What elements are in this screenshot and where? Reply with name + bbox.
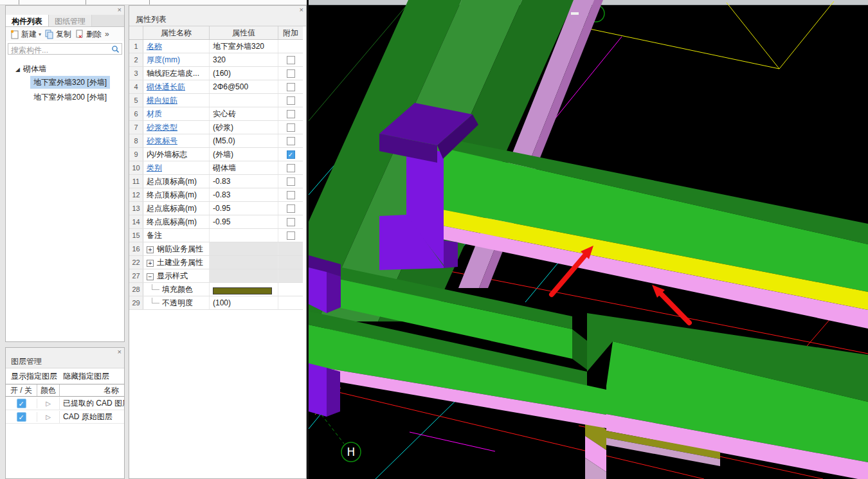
layer-row[interactable]: ✓▷CAD 原始图层 [6, 410, 124, 424]
property-value-cell[interactable]: -0.95 [210, 202, 278, 215]
attach-checkbox[interactable] [287, 177, 295, 186]
property-row[interactable]: 7砂浆类型(砂浆) [129, 121, 303, 134]
expand-triangle-icon[interactable]: ▷ [46, 413, 51, 420]
close-icon[interactable]: × [118, 347, 122, 356]
expand-plus-icon[interactable]: + [147, 260, 154, 267]
attach-checkbox[interactable] [287, 83, 295, 91]
layer-visibility-checkbox[interactable]: ✓ [17, 399, 26, 408]
attach-checkbox[interactable] [287, 110, 295, 118]
property-value-cell[interactable]: 2Φ6@500 [210, 80, 278, 93]
property-name-cell: 砂浆类型 [143, 121, 210, 134]
tree-elbow-line [152, 298, 159, 303]
attach-checkbox[interactable] [287, 164, 295, 172]
attach-checkbox[interactable]: ✓ [287, 150, 295, 159]
row-number: 12 [129, 188, 143, 201]
attach-checkbox[interactable] [287, 231, 295, 240]
tab-drawing-management[interactable]: 图纸管理 [49, 15, 92, 26]
fill-color-swatch[interactable] [213, 287, 272, 294]
component-toolbar: 新建 ▾ 复制 × 删除 » [6, 27, 124, 41]
property-value-cell[interactable]: 地下室外墙320 [210, 40, 278, 53]
attach-checkbox[interactable] [287, 96, 295, 105]
property-name: 填充颜色 [162, 285, 193, 294]
layer-row[interactable]: ✓▷已提取的 CAD 图层 [6, 397, 124, 410]
property-value-cell[interactable] [210, 229, 278, 242]
property-row[interactable]: 1名称地下室外墙320 [129, 40, 303, 53]
property-value-cell[interactable] [210, 269, 278, 282]
close-icon[interactable]: × [118, 5, 122, 14]
property-row[interactable]: 16+钢筋业务属性 [129, 242, 303, 256]
attach-checkbox[interactable] [287, 191, 295, 199]
property-row[interactable]: 14终点底标高(m)-0.95 [129, 215, 303, 229]
tree-expanded-icon[interactable]: ◢ [15, 66, 20, 73]
property-row[interactable]: 4砌体通长筋2Φ6@500 [129, 80, 303, 94]
attach-checkbox[interactable] [287, 69, 295, 78]
collapse-minus-icon[interactable]: − [147, 273, 154, 280]
property-value-cell[interactable] [210, 94, 278, 107]
property-value-cell[interactable]: (砂浆) [210, 121, 278, 134]
property-name[interactable]: 砂浆标号 [147, 136, 177, 145]
attach-checkbox[interactable] [287, 56, 295, 64]
property-value-cell[interactable]: 实心砖 [210, 107, 278, 120]
property-value-cell[interactable]: -0.95 [210, 215, 278, 228]
property-row[interactable]: 8砂浆标号(M5.0) [129, 134, 303, 148]
attach-checkbox[interactable] [287, 123, 295, 132]
attach-checkbox[interactable] [287, 218, 295, 226]
viewport-3d[interactable]: H [309, 0, 868, 479]
property-value-cell[interactable]: 砌体墙 [210, 161, 278, 174]
attach-checkbox[interactable] [287, 137, 295, 145]
property-value-cell[interactable]: (外墙) [210, 148, 278, 161]
close-icon[interactable]: × [300, 5, 303, 14]
property-value-cell[interactable]: -0.83 [210, 188, 278, 201]
property-row[interactable]: 27−显示样式 [129, 269, 303, 283]
property-name[interactable]: 砌体通长筋 [147, 82, 185, 91]
row-number: 8 [129, 134, 143, 147]
property-row[interactable]: 28填充颜色 [129, 283, 303, 296]
property-row[interactable]: 15备注 [129, 229, 303, 242]
delete-button[interactable]: × 删除 [73, 29, 104, 40]
new-button[interactable]: 新建 ▾ [8, 29, 43, 40]
property-value-cell[interactable]: (160) [210, 67, 278, 80]
row-number: 14 [129, 215, 143, 228]
property-value-cell[interactable]: (100) [210, 296, 278, 309]
property-value-cell[interactable] [210, 256, 278, 269]
expand-triangle-icon[interactable]: ▷ [46, 400, 51, 407]
tree-item[interactable]: 地下室外墙200 [外墙] [6, 90, 124, 105]
property-name: 内/外墙标志 [147, 150, 187, 159]
copy-button[interactable]: 复制 [43, 29, 73, 40]
property-row[interactable]: 13起点底标高(m)-0.95 [129, 202, 303, 215]
property-name: 备注 [147, 231, 162, 240]
search-input[interactable]: 搜索构件... [8, 43, 122, 55]
property-name[interactable]: 类别 [147, 163, 162, 172]
show-specified-layers-button[interactable]: 显示指定图层 [11, 371, 57, 382]
property-name[interactable]: 厚度(mm) [147, 55, 180, 64]
column-header-name: 属性名称 [143, 26, 210, 39]
property-name[interactable]: 砂浆类型 [147, 123, 177, 132]
property-name[interactable]: 材质 [147, 109, 162, 118]
property-value-cell[interactable]: -0.83 [210, 175, 278, 188]
property-row[interactable]: 9内/外墙标志(外墙)✓ [129, 148, 303, 161]
property-row[interactable]: 10类别砌体墙 [129, 161, 303, 175]
property-row[interactable]: 3轴线距左墙皮...(160) [129, 67, 303, 80]
attach-checkbox[interactable] [287, 204, 295, 213]
property-name[interactable]: 名称 [147, 42, 162, 51]
property-row[interactable]: 2厚度(mm)320 [129, 53, 303, 67]
layer-visibility-checkbox[interactable]: ✓ [17, 412, 26, 422]
property-row[interactable]: 5横向短筋 [129, 94, 303, 107]
tree-root-masonry-wall[interactable]: ◢砌体墙 [6, 62, 124, 75]
tree-item[interactable]: 地下室外墙320 [外墙] [6, 75, 124, 90]
expand-plus-icon[interactable]: + [147, 246, 154, 253]
property-row[interactable]: 29不透明度(100) [129, 296, 303, 310]
property-row[interactable]: 12终点顶标高(m)-0.83 [129, 188, 303, 202]
property-name[interactable]: 横向短筋 [147, 96, 177, 105]
property-row[interactable]: 11起点顶标高(m)-0.83 [129, 175, 303, 188]
svg-text:×: × [78, 33, 82, 39]
property-value-cell[interactable] [210, 283, 278, 296]
hide-specified-layers-button[interactable]: 隐藏指定图层 [63, 371, 109, 382]
property-row[interactable]: 6材质实心砖 [129, 107, 303, 121]
property-value-cell[interactable]: 320 [210, 53, 278, 66]
property-value-cell[interactable] [210, 242, 278, 255]
toolbar-overflow-icon[interactable]: » [105, 30, 109, 39]
property-row[interactable]: 22+土建业务属性 [129, 256, 303, 269]
property-value-cell[interactable]: (M5.0) [210, 134, 278, 147]
tab-component-list[interactable]: 构件列表 [6, 15, 49, 26]
